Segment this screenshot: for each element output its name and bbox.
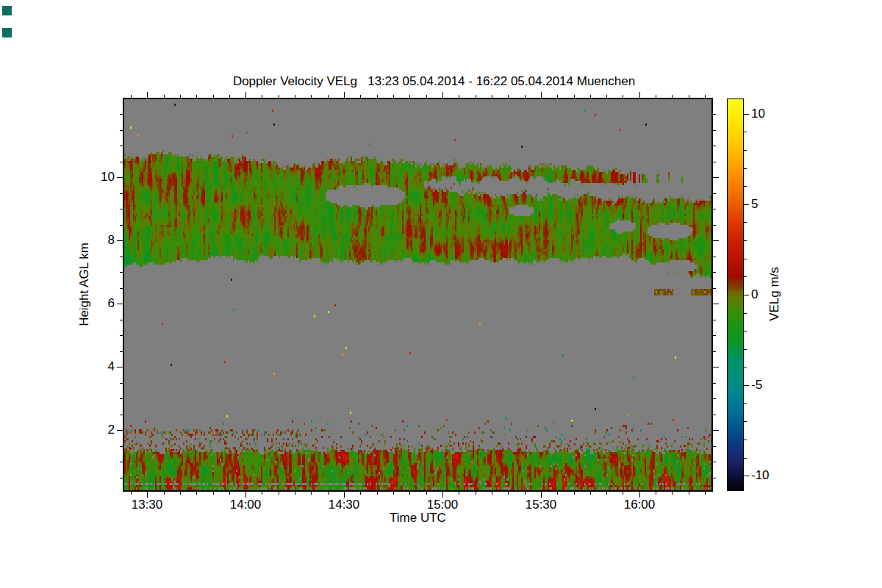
x-tick-top (541, 92, 542, 98)
y-tick-label: 6 (91, 296, 115, 311)
x-tick (409, 492, 410, 495)
x-tick-top (508, 95, 509, 98)
y-tick-right (713, 177, 719, 178)
y-tick-right (713, 335, 716, 336)
x-tick-top (311, 95, 312, 98)
x-tick-top (574, 95, 575, 98)
x-tick-top (689, 95, 689, 98)
y-tick-right (713, 367, 719, 368)
x-tick (393, 492, 394, 495)
colorbar-tick (744, 385, 749, 386)
x-tick-top (557, 95, 558, 98)
y-tick-label: 10 (91, 170, 115, 184)
x-axis-label: Time UTC (124, 511, 711, 526)
x-tick (196, 492, 197, 495)
y-tick-right (713, 430, 719, 431)
y-tick (120, 462, 123, 462)
colorbar-tick (744, 150, 747, 151)
colorbar-tick (744, 349, 747, 350)
x-tick (360, 492, 361, 495)
x-tick-top (590, 95, 591, 98)
y-tick (117, 240, 123, 241)
x-tick (377, 492, 378, 495)
y-tick (120, 193, 123, 194)
x-tick-top (245, 92, 246, 98)
y-tick-right (713, 130, 716, 131)
x-tick-top (229, 95, 230, 98)
y-tick (117, 177, 123, 178)
colorbar-tick (744, 295, 749, 295)
x-tick-top (377, 95, 378, 98)
colorbar-tick (744, 276, 747, 277)
figure: Doppler Velocity VELg 13:23 05.04.2014 -… (0, 0, 882, 588)
x-tick-top (606, 95, 607, 98)
x-tick-top (344, 92, 345, 98)
x-tick-top (393, 95, 394, 98)
y-tick-label: 8 (91, 233, 115, 248)
colorbar-tick (744, 132, 747, 132)
y-tick-right (713, 478, 716, 478)
x-tick-top (409, 95, 410, 98)
y-tick (120, 209, 123, 209)
x-tick (541, 492, 542, 498)
x-tick (476, 492, 476, 495)
corner-marker (2, 28, 12, 37)
colorbar-gradient (728, 99, 743, 490)
y-tick-label: 2 (91, 423, 115, 437)
x-tick-label: 14:00 (223, 498, 268, 512)
y-tick-right (713, 193, 716, 194)
x-tick-top (131, 95, 132, 98)
y-tick (120, 351, 123, 352)
x-tick-top (164, 95, 165, 98)
x-tick (525, 492, 526, 495)
x-tick (705, 492, 706, 495)
colorbar-tick-label: 5 (751, 197, 781, 212)
x-tick-top (426, 95, 427, 98)
x-tick (689, 492, 689, 495)
y-tick-right (713, 257, 716, 257)
x-tick (295, 492, 295, 495)
y-tick (120, 335, 123, 336)
colorbar-tick (744, 222, 747, 223)
y-tick-right (713, 462, 716, 462)
y-tick-right (713, 383, 716, 384)
y-tick-right (713, 225, 716, 226)
x-tick (164, 492, 165, 495)
colorbar-tick (744, 440, 747, 440)
colorbar-tick (744, 458, 747, 459)
y-tick-right (713, 288, 716, 289)
plot-frame (123, 98, 713, 492)
colorbar-tick (744, 186, 747, 187)
colorbar-tick (744, 204, 749, 205)
x-tick (656, 492, 656, 495)
x-tick-top (279, 95, 279, 98)
x-tick-label: 16:00 (617, 498, 662, 512)
y-tick (120, 288, 123, 289)
x-tick (442, 492, 443, 498)
x-tick-top (262, 95, 262, 98)
x-tick (459, 492, 459, 495)
x-tick (557, 492, 558, 495)
colorbar-tick (744, 404, 747, 404)
x-tick-top (360, 95, 361, 98)
x-tick (180, 492, 181, 495)
colorbar (727, 98, 744, 491)
chart-title: Doppler Velocity VELg 13:23 05.04.2014 -… (124, 74, 744, 89)
y-tick (120, 146, 123, 146)
y-tick-right (713, 240, 719, 241)
x-tick-top (295, 95, 295, 98)
x-tick (590, 492, 591, 495)
y-tick (120, 478, 123, 478)
colorbar-tick-label: -10 (751, 468, 781, 483)
x-tick-label: 15:30 (519, 498, 563, 512)
y-tick-right (713, 209, 716, 209)
x-tick (262, 492, 262, 495)
x-tick (344, 492, 345, 498)
colorbar-tick (744, 476, 749, 476)
y-tick (117, 367, 123, 368)
x-tick (639, 492, 640, 498)
x-tick (131, 492, 132, 495)
y-tick (117, 304, 123, 304)
y-tick (120, 130, 123, 131)
colorbar-tick (744, 168, 747, 169)
